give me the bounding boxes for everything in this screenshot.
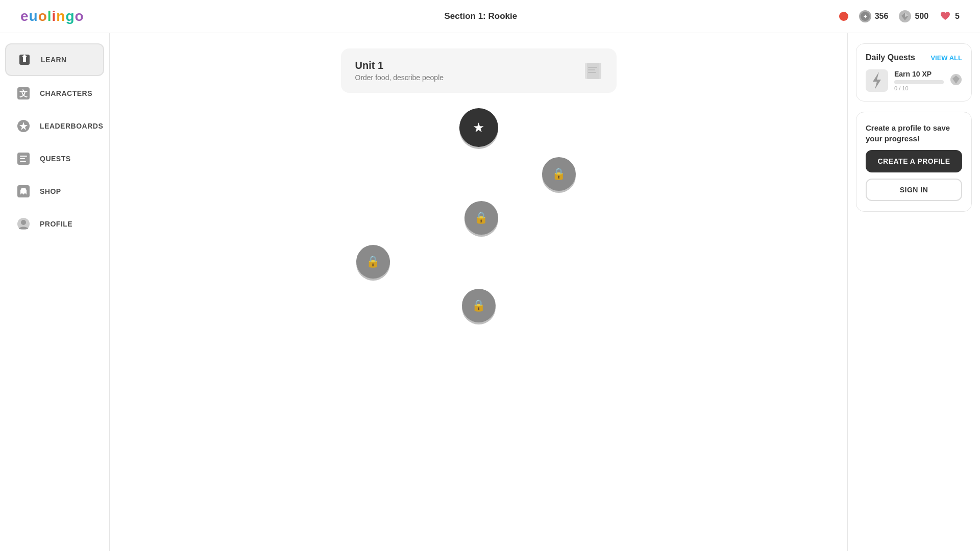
unit-icon bbox=[584, 62, 602, 80]
sign-in-button[interactable]: SIGN IN bbox=[866, 179, 962, 201]
svg-rect-22 bbox=[588, 67, 597, 68]
shop-icon bbox=[15, 183, 32, 199]
svg-rect-13 bbox=[20, 158, 25, 159]
characters-icon: 文 bbox=[15, 85, 32, 102]
profile-icon bbox=[15, 216, 32, 232]
svg-rect-23 bbox=[588, 69, 595, 70]
stat-gems: 500 bbox=[898, 10, 928, 23]
sidebar-item-profile[interactable]: PROFILE bbox=[5, 209, 104, 239]
svg-rect-24 bbox=[588, 72, 596, 73]
section-title: Section 1: Rookie bbox=[445, 11, 518, 21]
dq-gem-icon bbox=[950, 73, 962, 88]
quests-icon bbox=[15, 151, 32, 167]
gems-count: 500 bbox=[915, 12, 928, 21]
create-profile-button[interactable]: CREATE A PROFILE bbox=[866, 150, 962, 172]
unit-info: Unit 1 Order food, describe people bbox=[355, 60, 444, 82]
dq-view-all-button[interactable]: VIEW ALL bbox=[930, 54, 962, 62]
lock-icon-4: 🔒 bbox=[366, 255, 380, 268]
sidebar-item-shop[interactable]: SHOP bbox=[5, 176, 104, 207]
stats-bar: ✦ 356 500 5 bbox=[839, 10, 960, 23]
unit-subtitle: Order food, describe people bbox=[355, 73, 444, 82]
svg-rect-14 bbox=[20, 161, 26, 162]
learn-icon bbox=[16, 52, 33, 68]
lesson-node-3-circle: 🔒 bbox=[464, 201, 498, 235]
stat-hearts: 5 bbox=[939, 10, 960, 23]
content-area: Unit 1 Order food, describe people ★ bbox=[110, 33, 847, 551]
lesson-path: ★ 🔒 🔒 🔒 bbox=[341, 108, 617, 333]
lesson-node-4-circle: 🔒 bbox=[356, 245, 390, 279]
star-icon: ★ bbox=[473, 120, 484, 136]
hearts-count: 5 bbox=[955, 12, 960, 21]
svg-rect-12 bbox=[20, 156, 27, 157]
svg-point-19 bbox=[21, 220, 26, 225]
lesson-node-3[interactable]: 🔒 bbox=[470, 201, 498, 235]
sidebar-item-learn-label: LEARN bbox=[41, 56, 67, 64]
sidebar-item-characters-label: CHARACTERS bbox=[40, 89, 92, 97]
dq-bolt-icon bbox=[866, 69, 888, 92]
sidebar-item-characters[interactable]: 文 CHARACTERS bbox=[5, 78, 104, 109]
logo: euolingo bbox=[20, 8, 122, 24]
sidebar-item-quests[interactable]: QUESTS bbox=[5, 143, 104, 174]
lesson-node-5-circle: 🔒 bbox=[462, 289, 496, 322]
dq-item-label: Earn 10 XP bbox=[894, 70, 944, 78]
stat-shield: ✦ 356 bbox=[859, 10, 889, 23]
lesson-node-1-circle: ★ bbox=[459, 108, 498, 147]
svg-text:✦: ✦ bbox=[863, 14, 868, 19]
sidebar-item-leaderboards-label: LEADERBOARDS bbox=[40, 122, 103, 130]
lock-icon-3: 🔒 bbox=[474, 211, 488, 224]
lesson-node-5[interactable]: 🔒 bbox=[462, 289, 496, 322]
sidebar: LEARN 文 CHARACTERS LEADERBOARDS bbox=[0, 33, 110, 551]
dq-item: Earn 10 XP 0 / 10 bbox=[866, 69, 962, 92]
logo-area: euolingo bbox=[20, 8, 122, 24]
shield-icon: ✦ bbox=[859, 10, 872, 23]
gem-icon bbox=[898, 10, 912, 23]
lesson-node-4[interactable]: 🔒 bbox=[382, 245, 390, 279]
dq-header: Daily Quests VIEW ALL bbox=[866, 53, 962, 62]
heart-icon bbox=[939, 10, 952, 23]
stat-lives bbox=[839, 12, 848, 21]
sidebar-item-quests-label: QUESTS bbox=[40, 155, 71, 163]
sidebar-item-profile-label: PROFILE bbox=[40, 220, 72, 228]
sidebar-item-shop-label: SHOP bbox=[40, 187, 61, 195]
lock-icon-2: 🔒 bbox=[552, 167, 566, 181]
sidebar-item-learn[interactable]: LEARN bbox=[5, 43, 104, 76]
right-panel: Daily Quests VIEW ALL Earn 10 XP 0 / bbox=[847, 33, 980, 551]
leaderboards-icon bbox=[15, 118, 32, 134]
profile-card-text: Create a profile to save your progress! bbox=[866, 122, 962, 144]
main-layout: LEARN 文 CHARACTERS LEADERBOARDS bbox=[0, 33, 980, 551]
top-nav: euolingo Section 1: Rookie ✦ 356 500 bbox=[0, 0, 980, 33]
lock-icon-5: 🔒 bbox=[472, 299, 485, 312]
svg-point-16 bbox=[21, 193, 23, 195]
dq-progress-text: 0 / 10 bbox=[894, 85, 944, 91]
unit-card: Unit 1 Order food, describe people bbox=[341, 48, 617, 93]
svg-rect-21 bbox=[587, 63, 601, 79]
profile-card: Create a profile to save your progress! … bbox=[856, 112, 972, 212]
lesson-node-1[interactable]: ★ bbox=[459, 108, 498, 147]
svg-text:文: 文 bbox=[19, 89, 28, 98]
sidebar-item-leaderboards[interactable]: LEADERBOARDS bbox=[5, 111, 104, 141]
svg-point-17 bbox=[24, 193, 26, 195]
lesson-node-2-circle: 🔒 bbox=[542, 157, 576, 191]
unit-title: Unit 1 bbox=[355, 60, 444, 71]
dq-progress-bar bbox=[894, 80, 944, 84]
lesson-node-2[interactable]: 🔒 bbox=[522, 157, 576, 191]
dq-title: Daily Quests bbox=[866, 53, 915, 62]
shield-count: 356 bbox=[875, 12, 889, 21]
lives-icon bbox=[839, 12, 848, 21]
dq-item-info: Earn 10 XP 0 / 10 bbox=[894, 70, 944, 91]
daily-quests-card: Daily Quests VIEW ALL Earn 10 XP 0 / bbox=[856, 43, 972, 102]
